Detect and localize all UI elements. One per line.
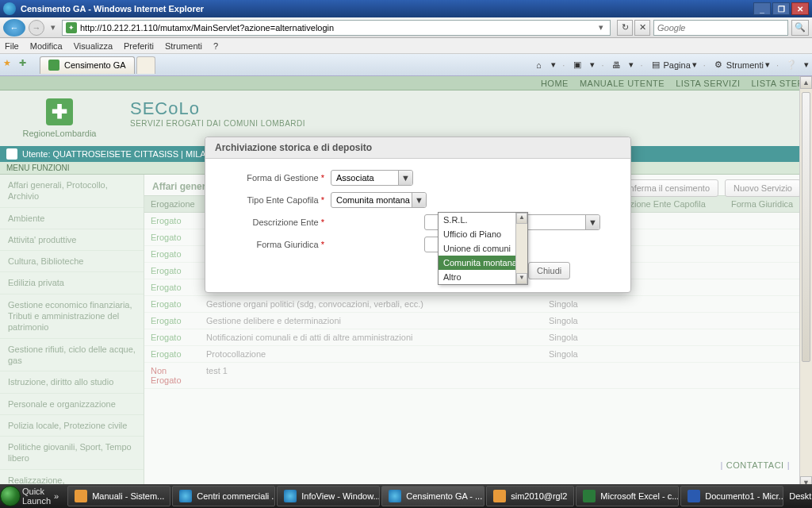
dropdown-option[interactable]: S.R.L. (439, 213, 527, 227)
vertical-scrollbar[interactable]: ▲ ▼ (799, 76, 812, 489)
taskbar-item[interactable]: Manuali - Sistem... (67, 486, 170, 506)
address-bar[interactable]: ✦ ▾ (62, 20, 611, 36)
cell-erogazione: Erogato (144, 313, 200, 329)
region-logo: ✚ RegioneLombardia (0, 90, 119, 146)
menu-strumenti[interactable]: Strumenti (165, 41, 202, 51)
app-icon (688, 490, 700, 502)
chevron-right-icon: » (54, 491, 59, 501)
cell-erogazione: Erogato (144, 213, 200, 229)
user-icon (6, 148, 17, 160)
refresh-button[interactable]: ↻ (617, 20, 633, 36)
chiudi-button[interactable]: Chiudi (528, 262, 570, 279)
start-button[interactable] (0, 484, 21, 508)
scroll-up-icon[interactable]: ▲ (800, 76, 812, 89)
rss-icon[interactable]: ▣ (571, 59, 584, 71)
nav-lista-servizi[interactable]: LISTA SERVIZI (676, 79, 740, 88)
dropdown-scrollbar[interactable]: ▲ ▼ (515, 213, 527, 284)
app-title: SECoLo (130, 98, 801, 119)
gear-icon: ⚙ (712, 59, 725, 71)
system-tray: Desktop » < 🖧 🛡 🔊 10.42 (784, 490, 812, 502)
app-subtitle: SERVIZI EROGATI DAI COMUNI LOMBARDI (130, 119, 801, 128)
page-menu[interactable]: ▤Pagina ▾ (649, 59, 697, 71)
dropdown-option[interactable]: Unione di comuni (439, 241, 527, 256)
footer-contattaci[interactable]: CONTATTACI (726, 460, 784, 470)
taskbar-item[interactable]: Documento1 - Micr... (680, 486, 783, 506)
dropdown-option[interactable]: Altro (439, 270, 527, 284)
url-input[interactable] (80, 23, 592, 33)
close-button[interactable]: ✕ (791, 2, 809, 15)
taskbar-item[interactable]: Centri commerciali ... (172, 486, 275, 506)
taskbar-item[interactable]: Censimento GA - ... (381, 486, 485, 506)
taskbar-item-label: InfoView - Window... (301, 491, 380, 501)
new-tab-button[interactable] (136, 56, 155, 74)
url-dropdown[interactable]: ▾ (596, 22, 607, 33)
nav-home[interactable]: HOME (541, 79, 569, 88)
chevron-down-icon[interactable]: ▼ (398, 171, 412, 185)
cell-desc: Protocollazione (200, 346, 542, 362)
sidebar-item[interactable]: Attivita' produttive (0, 229, 144, 251)
back-button[interactable]: ← (3, 19, 25, 37)
tools-menu[interactable]: ⚙Strumenti ▾ (712, 59, 770, 71)
cell-stat: Singola (542, 346, 622, 362)
stop-button[interactable]: ✕ (634, 20, 650, 36)
sidebar-item[interactable]: Edilizia privata (0, 272, 144, 294)
table-row[interactable]: ErogatoGestione organi politici (sdg, co… (144, 296, 812, 313)
scroll-thumb[interactable] (802, 92, 810, 362)
scroll-down-icon[interactable]: ▼ (516, 273, 527, 284)
menu-modifica[interactable]: Modifica (30, 41, 63, 51)
scroll-up-icon[interactable]: ▲ (516, 213, 527, 224)
minimize-button[interactable]: _ (753, 2, 771, 15)
page-icon: ▤ (649, 59, 662, 71)
select-forma-gestione[interactable]: Associata ▼ (331, 170, 413, 186)
search-input[interactable] (657, 23, 784, 33)
forward-button[interactable]: → (29, 20, 44, 36)
label-descrizione-ente: Descrizione Ente * (221, 217, 324, 227)
search-button[interactable]: 🔍 (791, 20, 809, 36)
print-icon[interactable]: 🖶 (610, 59, 622, 71)
chevron-down-icon[interactable]: ▼ (412, 193, 426, 207)
table-row[interactable]: Non Erogatotest 1 (144, 363, 812, 389)
nav-history-dropdown[interactable]: ▾ (48, 22, 59, 33)
menu-help[interactable]: ? (213, 41, 218, 51)
dropdown-option-selected[interactable]: Comunita montana (439, 256, 527, 270)
dropdown-list[interactable]: S.R.L. Ufficio di Piano Unione di comuni… (438, 212, 528, 285)
help-icon[interactable]: ❔ (785, 59, 798, 71)
home-icon[interactable]: ⌂ (532, 59, 545, 71)
table-row[interactable]: ErogatoProtocollazioneSingola (144, 346, 812, 363)
cell-erogazione: Erogato (144, 229, 200, 245)
maximize-button[interactable]: ❐ (772, 2, 790, 15)
nav-manuale[interactable]: MANUALE UTENTE (580, 79, 665, 88)
table-row[interactable]: ErogatoNotificazioni comunali e di atti … (144, 329, 812, 346)
sidebar-item[interactable]: Cultura, Biblioteche (0, 251, 144, 272)
sidebar-item[interactable]: Personale e organizzazione (0, 394, 144, 415)
table-row[interactable]: ErogatoGestione delibere e determinazion… (144, 313, 812, 329)
quick-launch[interactable]: Quick Launch » (21, 487, 63, 506)
sidebar-item[interactable]: Ambiente (0, 208, 144, 229)
favorites-icon[interactable]: ★ (3, 58, 17, 72)
add-favorite-icon[interactable]: ✚ (19, 58, 33, 72)
taskbar-item[interactable]: InfoView - Window... (277, 486, 380, 506)
sidebar-item[interactable]: Polizia locale, Protezione civile (0, 415, 144, 437)
sidebar-item[interactable]: Politiche giovanili, Sport, Tempo libero (0, 437, 144, 470)
menu-visualizza[interactable]: Visualizza (74, 41, 113, 51)
cell-tipo (622, 363, 725, 388)
browser-search[interactable] (653, 20, 788, 36)
label-forma-gestione: Forma di Gestione * (221, 173, 324, 183)
nav-lista-ster[interactable]: LISTA STER (751, 79, 804, 88)
menu-file[interactable]: File (5, 41, 19, 51)
sidebar-item[interactable]: Istruzione, diritto allo studio (0, 371, 144, 393)
taskbar-item[interactable]: Microsoft Excel - c... (576, 486, 679, 506)
sidebar-item[interactable]: Realizzazione, (0, 470, 144, 486)
sidebar-item[interactable]: Gestione economico finanziaria, Tributi … (0, 294, 144, 339)
app-icon (284, 490, 297, 502)
chevron-down-icon[interactable]: ▼ (585, 215, 599, 229)
taskbar-item[interactable]: sim2010@rgl2 (486, 486, 574, 506)
dropdown-option[interactable]: Ufficio di Piano (439, 227, 527, 241)
select-tipo-ente[interactable]: Comunita montana ▼ (331, 192, 427, 208)
sidebar-item[interactable]: Gestione rifiuti, ciclo delle acque, gas (0, 339, 144, 372)
menu-preferiti[interactable]: Preferiti (124, 41, 154, 51)
tray-desktop[interactable]: Desktop (789, 491, 812, 501)
browser-tab[interactable]: Censimento GA (40, 56, 135, 74)
nuovo-servizio-button[interactable]: Nuovo Servizio (725, 179, 801, 197)
sidebar-item[interactable]: Affari generali, Protocollo, Archivio (0, 175, 144, 208)
